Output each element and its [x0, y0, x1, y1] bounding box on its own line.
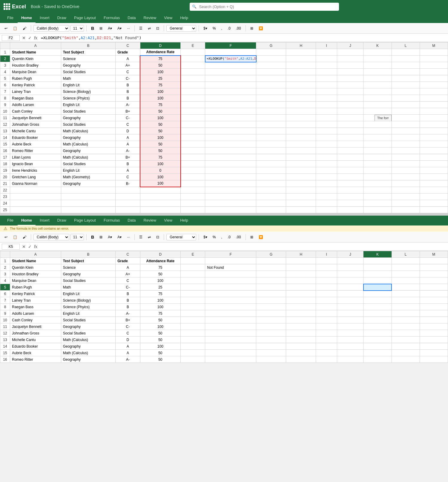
cell-f3[interactable] [205, 62, 256, 69]
col-header-f-top[interactable]: F [205, 42, 256, 49]
tab-file-top[interactable]: File [4, 13, 17, 23]
cell-h2-top[interactable] [286, 56, 316, 62]
col-header-a-bottom[interactable]: A [10, 251, 61, 258]
cell-k3[interactable] [363, 62, 392, 69]
tab-view-bottom[interactable]: View [160, 216, 176, 225]
cell-e2-top[interactable] [181, 56, 205, 62]
tab-file-bottom[interactable]: File [4, 216, 17, 225]
formula-content-bottom[interactable] [40, 246, 446, 247]
col-header-h-top[interactable]: H [286, 42, 316, 49]
cell-e3[interactable] [181, 62, 205, 69]
tab-help-bottom[interactable]: Help [177, 216, 192, 225]
tab-review-top[interactable]: Review [140, 13, 160, 23]
percent-btn-top[interactable]: % [211, 25, 218, 31]
col-header-m-bottom[interactable]: M [420, 251, 448, 258]
col-header-l-bottom[interactable]: L [392, 251, 420, 258]
percent-btn-bottom[interactable]: % [211, 234, 218, 240]
tab-review-bottom[interactable]: Review [140, 216, 160, 225]
cell-f1-bottom[interactable] [205, 258, 256, 264]
cell-b2-top[interactable]: Science [61, 56, 116, 62]
cell-m3[interactable] [420, 62, 448, 69]
cell-g1-top[interactable] [256, 49, 286, 56]
col-header-b-top[interactable]: B [61, 42, 116, 49]
format-selector-top[interactable]: General [166, 25, 196, 32]
cell-b1-top[interactable]: Test Subject [61, 49, 116, 56]
cell-j2-top[interactable] [337, 56, 363, 62]
decrease-decimal-top[interactable]: .00 [234, 25, 243, 31]
cell-ref-bottom[interactable]: K5 [2, 244, 20, 250]
cell-b1-bottom[interactable]: Test Subject [61, 258, 116, 264]
decrease-decimal-bottom[interactable]: .00 [234, 234, 243, 240]
cell-l3[interactable] [392, 62, 420, 69]
cell-k2-top[interactable] [363, 56, 392, 62]
col-header-e-top[interactable]: E [181, 42, 205, 49]
align-btn-top[interactable]: ☰ [137, 25, 145, 31]
tab-insert-bottom[interactable]: Insert [36, 216, 53, 225]
cell-a1-bottom[interactable]: Student Name [10, 258, 61, 264]
tab-help-top[interactable]: Help [177, 13, 192, 23]
col-header-c-top[interactable]: C [116, 42, 140, 49]
borders-btn-top[interactable]: ⊞ [97, 25, 105, 31]
cell-d1-bottom[interactable]: Attendance Rate [140, 258, 180, 264]
merge-btn-top[interactable]: ⊡ [154, 25, 161, 31]
cell-j1-bottom[interactable] [337, 258, 363, 264]
formula-content-top[interactable]: =XLOOKUP("Smith",A2:A21,D2:D21,"Not Foun… [40, 35, 446, 41]
comma-btn-top[interactable]: , [219, 25, 224, 31]
col-header-i-bottom[interactable]: I [316, 251, 337, 258]
tab-data-bottom[interactable]: Data [124, 216, 139, 225]
conditional-btn-top[interactable]: 🔽 [257, 25, 265, 31]
cell-m1-bottom[interactable] [420, 258, 448, 264]
col-header-j-bottom[interactable]: J [337, 251, 363, 258]
increase-decimal-bottom[interactable]: .0 [225, 234, 233, 240]
cell-m2-top[interactable] [420, 56, 448, 62]
format-painter-btn-top[interactable]: 🖌 [21, 25, 28, 31]
tab-formulas-top[interactable]: Formulas [100, 13, 123, 23]
cell-g2-top[interactable] [256, 56, 286, 62]
fill-color-btn-bottom[interactable]: A▾ [106, 234, 114, 240]
cell-k1-top[interactable] [363, 49, 392, 56]
col-header-d-bottom[interactable]: D [140, 251, 180, 258]
cell-ref-top[interactable]: F2 [2, 35, 20, 41]
font-selector-bottom[interactable]: Calibri (Body) [33, 234, 69, 240]
align-btn-bottom[interactable]: ☰ [137, 234, 145, 240]
clipboard-btn-bottom[interactable]: 📋 [11, 234, 19, 240]
tab-view-top[interactable]: View [160, 13, 176, 23]
tab-pagelayout-bottom[interactable]: Page Layout [70, 216, 99, 225]
wrap-btn-top[interactable]: ⇌ [146, 25, 153, 31]
tab-home-bottom[interactable]: Home [18, 216, 36, 225]
cell-d1-top[interactable]: Attendance Rate [140, 49, 180, 56]
tab-draw-top[interactable]: Draw [54, 13, 70, 23]
cell-f2-top[interactable]: =XLOOKUP("Smith",A2:A21,D2:D21,"Not Foun… [205, 56, 256, 62]
wrap-btn-bottom[interactable]: ⇌ [146, 234, 153, 240]
cell-a2-top[interactable]: Quentin Klein [10, 56, 61, 62]
tab-insert-top[interactable]: Insert [36, 13, 53, 23]
cell-h1-bottom[interactable] [286, 258, 316, 264]
fill-color-btn-top[interactable]: A▾ [106, 25, 114, 31]
merge-btn-bottom[interactable]: ⊡ [154, 234, 161, 240]
tab-data-top[interactable]: Data [124, 13, 139, 23]
col-header-d-top[interactable]: D [140, 42, 180, 49]
cell-i3[interactable] [316, 62, 337, 69]
cell-e1-bottom[interactable] [181, 258, 205, 264]
fx-icon[interactable]: fx [33, 36, 38, 40]
cell-i2-top[interactable] [316, 56, 337, 62]
cell-m1-top[interactable] [420, 49, 448, 56]
col-header-k-top[interactable]: K [363, 42, 392, 49]
undo-btn-top[interactable]: ↩ [2, 25, 10, 31]
currency-btn-top[interactable]: $▾ [201, 25, 209, 31]
cell-c1-bottom[interactable]: Grade [116, 258, 140, 264]
bold-btn-top[interactable]: B [89, 25, 96, 32]
cell-l1-bottom[interactable] [392, 258, 420, 264]
col-header-k-bottom[interactable]: K [363, 251, 392, 258]
format-painter-btn-bottom[interactable]: 🖌 [21, 234, 28, 240]
cancel-formula-icon[interactable]: ✕ [22, 36, 26, 40]
cell-d2-top[interactable]: 75 [140, 56, 180, 62]
cell-k1-bottom[interactable] [363, 258, 392, 264]
col-header-b-bottom[interactable]: B [61, 251, 116, 258]
cell-a1-top[interactable]: Student Name [10, 49, 61, 56]
confirm-formula-icon-bottom[interactable]: ✓ [27, 244, 32, 249]
col-header-a-top[interactable]: A [10, 42, 61, 49]
tab-pagelayout-top[interactable]: Page Layout [70, 13, 99, 23]
col-header-m-top[interactable]: M [420, 42, 448, 49]
cell-f1-top[interactable] [205, 49, 256, 56]
